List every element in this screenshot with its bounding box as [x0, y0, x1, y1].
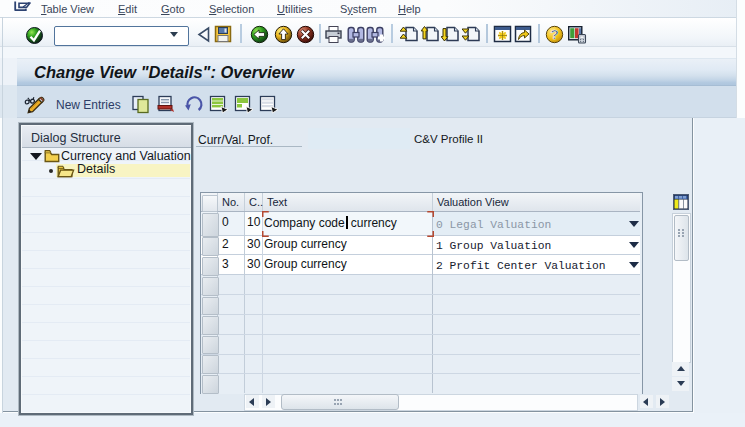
svg-text:?: ? — [550, 27, 558, 42]
